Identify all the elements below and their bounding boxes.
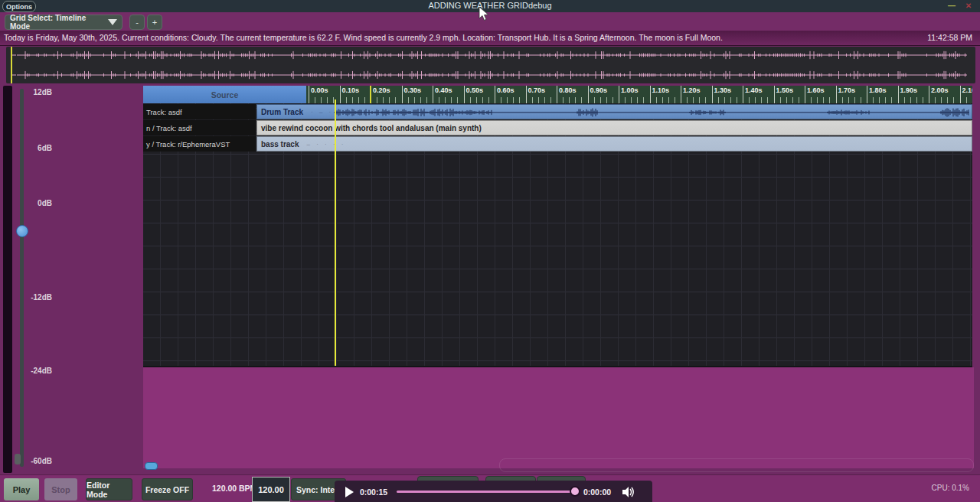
clip[interactable]: Drum Track· – · <box>256 104 972 119</box>
ruler-tick-label: 0.50s <box>466 86 484 94</box>
ruler-minor-tick <box>395 97 396 103</box>
ruler-minor-tick <box>445 97 446 103</box>
media-remaining-time: 0:00:00 <box>577 487 617 497</box>
track-header-label: Track: asdf <box>146 108 182 116</box>
ruler-minor-tick <box>829 97 830 103</box>
ruler-tick-label: 1.60s <box>807 86 825 94</box>
ruler-tick-label: 0.00s <box>311 86 328 94</box>
freeze-button[interactable]: Freeze OFF <box>142 478 193 500</box>
ruler-minor-tick <box>501 97 501 103</box>
ruler-tick-label: 1.50s <box>776 86 794 94</box>
ruler-tick-label: 0.60s <box>497 86 514 94</box>
ruler-minor-tick <box>383 97 384 103</box>
ruler-marker <box>370 86 371 103</box>
ruler-tick-label: 0.20s <box>373 86 390 94</box>
ruler-minor-tick <box>817 97 818 103</box>
timeline-ruler[interactable]: 0.00s0.10s0.20s0.30s0.40s0.50s0.60s0.70s… <box>306 86 972 103</box>
clip-dashes: – · · · · <box>299 141 345 148</box>
transport-toolbar: Play Stop Editor Mode Freeze OFF 120.00 … <box>0 474 980 502</box>
ruler-minor-tick <box>953 97 954 103</box>
ruler-tick <box>743 86 743 103</box>
close-icon[interactable]: ✕ <box>963 2 974 10</box>
ruler-minor-tick <box>637 97 638 103</box>
ruler-tick-label: 1.30s <box>714 86 732 94</box>
track-header[interactable]: n / Track: asdf <box>143 120 256 135</box>
ruler-minor-tick <box>439 97 439 103</box>
clip-label: bass track <box>257 140 299 148</box>
hscrollbar-track[interactable] <box>499 458 974 472</box>
ruler-minor-tick <box>916 97 917 103</box>
source-header[interactable]: Source <box>143 86 306 103</box>
ruler-minor-tick <box>699 97 700 103</box>
ruler-minor-tick <box>451 97 452 103</box>
ruler-minor-tick <box>507 97 508 103</box>
ruler-minor-tick <box>420 97 421 103</box>
ruler-minor-tick <box>693 97 694 103</box>
ruler-minor-tick <box>761 97 762 103</box>
ruler-tick <box>960 86 961 103</box>
track-header[interactable]: Track: asdf <box>143 104 256 119</box>
ruler-minor-tick <box>625 97 626 103</box>
ruler-minor-tick <box>755 97 756 103</box>
ruler-minor-tick <box>482 97 483 103</box>
bpm-input[interactable]: 120.00 <box>252 477 290 502</box>
track-header[interactable]: y / Track: r/EphemeraVST <box>143 136 256 152</box>
ruler-minor-tick <box>358 97 359 103</box>
ruler-minor-tick <box>457 97 458 103</box>
ruler-minor-tick <box>364 97 365 103</box>
grid-select-label: Grid Select: Timeline Mode <box>5 14 108 31</box>
ruler-minor-tick <box>569 97 570 103</box>
ruler-minor-tick <box>550 97 551 103</box>
ruler-minor-tick <box>519 97 520 103</box>
ruler-tick-label: 2.00s <box>931 86 949 94</box>
editor-mode-button[interactable]: Editor Mode <box>86 478 132 500</box>
ruler-minor-tick <box>488 97 489 103</box>
ruler-minor-tick <box>612 97 613 103</box>
ruler-minor-tick <box>941 97 942 103</box>
ruler-minor-tick <box>848 97 849 103</box>
ruler-tick <box>929 86 929 103</box>
ruler-minor-tick <box>470 97 471 103</box>
db-scale-label: 6dB <box>14 144 52 152</box>
hscrollbar-thumb[interactable] <box>145 462 158 470</box>
ruler-minor-tick <box>780 97 781 103</box>
ruler-minor-tick <box>327 97 328 103</box>
media-seek-knob[interactable] <box>570 486 580 497</box>
ruler-tick <box>464 86 465 103</box>
ruler-minor-tick <box>656 97 657 103</box>
grid-select-dropdown[interactable]: Grid Select: Timeline Mode <box>5 15 122 30</box>
ruler-minor-tick <box>377 97 377 103</box>
ruler-minor-tick <box>811 97 812 103</box>
ruler-tick <box>774 86 775 103</box>
stop-button[interactable]: Stop <box>44 478 77 500</box>
media-player-bar: 0:00:15 0:00:00 <box>335 481 652 502</box>
ruler-tick <box>433 86 433 103</box>
minimize-icon[interactable]: — <box>946 2 957 10</box>
ruler-tick-label: 1.00s <box>621 86 639 94</box>
ruler-tick-label: 0.80s <box>559 86 577 94</box>
speaker-icon[interactable] <box>622 486 635 498</box>
track-header-label: y / Track: r/EphemeraVST <box>146 140 230 148</box>
ruler-tick <box>340 86 341 103</box>
ruler-tick <box>619 86 619 103</box>
ruler-minor-tick <box>687 97 688 103</box>
title-bar: Options ADDING WEATHER GRIDdebug — ✕ <box>0 0 980 12</box>
ruler-tick-label: 0.10s <box>342 86 360 94</box>
ruler-minor-tick <box>662 97 663 103</box>
ruler-minor-tick <box>786 97 787 103</box>
media-seek-slider[interactable] <box>397 491 574 493</box>
master-waveform-panel[interactable] <box>6 47 975 83</box>
ruler-minor-tick <box>861 97 861 103</box>
play-button[interactable]: Play <box>4 478 39 500</box>
grid-zoom-in-button[interactable]: + <box>147 15 162 30</box>
lower-panel <box>143 367 974 468</box>
ruler-tick-label: 1.10s <box>652 86 670 94</box>
ruler-minor-tick <box>600 97 601 103</box>
ruler-minor-tick <box>321 97 322 103</box>
volume-fader-handle[interactable] <box>16 225 28 237</box>
clip[interactable]: bass track– · · · · <box>256 136 972 152</box>
media-play-icon[interactable] <box>345 487 354 497</box>
window-title: ADDING WEATHER GRIDdebug <box>0 1 980 10</box>
clip[interactable]: vibe rewind cocoon with chords tool anda… <box>256 120 972 135</box>
grid-zoom-out-button[interactable]: - <box>129 15 145 30</box>
